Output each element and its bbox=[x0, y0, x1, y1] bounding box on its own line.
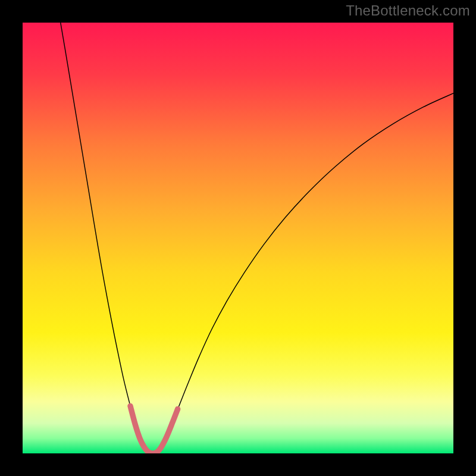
watermark-text: TheBottleneck.com bbox=[346, 2, 470, 19]
gradient-background bbox=[23, 23, 453, 453]
plot-area bbox=[23, 23, 453, 453]
chart-frame: TheBottleneck.com bbox=[0, 0, 476, 476]
chart-svg bbox=[23, 23, 453, 453]
